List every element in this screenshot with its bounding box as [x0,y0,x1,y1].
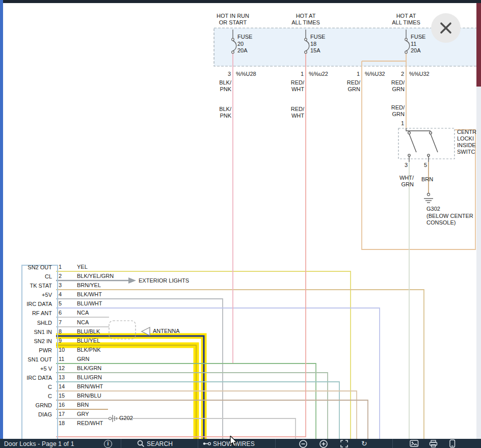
pin-number: 7 [59,319,62,326]
fuse-terminal [305,38,307,41]
wire-color-label: RED/ WHT [284,106,304,119]
page-title: Door Locks - Page 1 of 1 [4,440,74,447]
connector-id: %%U32 [365,71,385,77]
pin-number: 1 [59,264,62,270]
pin-function-label: CL [20,273,52,280]
fuse-number: 11 [411,41,416,47]
pin-function-label: DIAG [20,411,52,418]
power-source-label: OR START [207,19,258,26]
pin-function-label: IRC DATA [20,375,52,381]
pin-number: 11 [59,356,64,362]
fuse-rating: 20A [237,47,248,54]
pin-function-label: SN2 OUT [20,264,52,271]
pin-number: 14 [59,383,65,390]
pin-function-label: PWR [20,347,52,354]
close-button[interactable] [431,13,461,43]
wire-name-label: YEL [77,264,88,270]
info-icon[interactable]: i [104,440,112,448]
close-icon [431,13,461,43]
connector-id: %%U32 [409,71,430,77]
wire-color-label: RED/ GRN [384,79,405,93]
switch-contact [430,132,432,134]
wire-name-label: BRN [77,402,89,408]
pin-number: 5 [412,162,427,169]
switch-blade [431,134,438,152]
pin-function-label: SN1 OUT [20,356,52,363]
image-icon[interactable] [410,440,419,447]
window-top-edge [0,0,481,3]
pin-number: 3 [216,71,231,77]
ground-id-label: G202 [119,415,133,422]
fuse-terminal [405,38,408,41]
fuse-number: 18 [310,41,316,47]
pin-function-label: SN2 IN [20,338,52,345]
device-icon[interactable] [449,439,456,448]
show-wires-icon[interactable] [203,440,211,447]
switch-box [398,128,455,159]
pin-number: 1 [389,120,404,127]
pin-function-label: SN1 IN [20,329,52,335]
search-button[interactable]: SEARCH [147,440,173,447]
switch-contact [408,132,411,134]
power-source-label: ALL TIMES [381,19,432,26]
wire-name-label: BLU/GRN [77,374,102,381]
pin-function-label: C [20,393,52,400]
fuse-terminal [305,51,307,53]
fuse-terminal [232,38,234,41]
rotate-icon[interactable]: ↻ [361,440,367,447]
pin-number: 2 [389,71,404,77]
print-icon[interactable] [429,440,438,447]
wire-RED/GRN-loop [362,61,475,249]
pin-function-label: RF ANT [20,310,52,317]
wire-name-label: GRY [77,411,89,417]
wiring-diagram-svg [3,3,476,439]
mouse-cursor [228,436,238,448]
wire-color-label: BLK/ PNK [211,106,231,119]
pin-number: 3 [392,162,408,169]
pin-number: 3 [59,282,62,289]
antenna-label: ANTENNA [153,328,180,334]
wire-name-label: BLU/WHT [77,300,102,307]
exterior-lights-arrow [128,277,136,284]
pin-number: 9 [59,338,62,344]
fuse-label: FUSE [237,34,252,40]
ground-location-label: (BELOW CENTER [426,213,473,219]
wire-name-label: RED/WHT [77,420,103,427]
wire-color-label: BLK/ PNK [211,79,231,93]
toolbar-divider [392,439,393,448]
viewer-toolbar: Door Locks - Page 1 of 1 i SEARCH SHOW W… [0,439,481,448]
fuse-number: 20 [237,41,244,47]
switch-contact [427,154,430,156]
fuse-rating: 20A [411,47,421,54]
pin-number: 16 [59,402,65,408]
search-icon[interactable] [137,440,145,447]
switch-contact [408,154,410,156]
wire-color-label: RED/ WHT [284,79,304,93]
pin-function-label: TK STAT [20,283,52,289]
zoom-out-icon[interactable] [299,440,308,448]
toolbar-divider [275,439,276,448]
toolbar-divider [121,439,121,448]
power-source-label: HOT IN RUN [207,13,258,19]
pin-number: 1 [344,71,360,77]
fuse-label: FUSE [411,34,425,40]
connector-id: %%U28 [236,71,256,77]
ground-terminal [109,417,112,420]
pin-number: 12 [59,365,65,372]
fuse-terminal [405,51,408,53]
pin-number: 6 [59,310,62,316]
toolbar-divider [198,439,198,448]
exterior-lights-label: EXTERIOR LIGHTS [139,277,189,284]
diagram-canvas[interactable]: SN2 OUT1YELCL2BLK/YEL/GRNTK STAT3BRN/YEL… [3,3,476,439]
pin-number: 2 [59,273,62,279]
zoom-in-icon[interactable] [319,440,328,448]
pin-function-label: SHLD [20,320,52,326]
pin-function-label: GRND [20,402,52,409]
wire-BRN/YEL [56,290,424,439]
wire-name-label: BLK/YEL/GRN [77,273,114,279]
power-source-label: HOT AT [381,13,432,19]
scrollbar-thumb[interactable] [476,3,481,87]
pin-function-label: IRC DATA [20,301,52,307]
fit-to-screen-icon[interactable] [340,440,349,448]
power-source-label: ALL TIMES [280,19,331,26]
